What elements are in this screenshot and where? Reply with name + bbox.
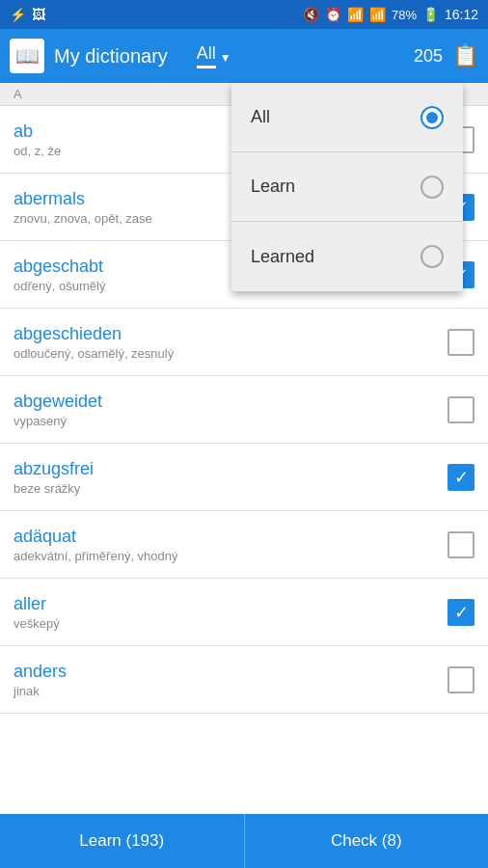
filter-dropdown[interactable]: AllLearnLearned [231,83,463,291]
dropdown-item-all[interactable]: All [231,83,463,152]
learn-button[interactable]: Learn (193) [0,814,245,868]
word-content: abzugsfreibeze srážky [14,459,447,496]
check-button-label: Check (8) [331,831,402,851]
signal-icon: 📶 [369,7,386,22]
checkmark-icon: ✓ [454,604,469,621]
word-title: abgeweidet [14,392,447,412]
word-checkbox[interactable]: ✓ [447,599,474,626]
mute-icon: 🔇 [303,7,319,22]
alarm-icon: ⏰ [325,7,341,22]
bottom-bar: Learn (193) Check (8) [0,814,488,868]
radio-button[interactable] [420,245,444,268]
list-item: abzugsfreibeze srážky✓ [0,444,488,511]
word-subtitle: beze srážky [14,481,447,496]
word-content: allerveškерý [14,594,447,631]
list-item: allerveškерý✓ [0,579,488,646]
word-subtitle: jinak [14,684,447,698]
status-left-icons: ⚡ 🖼 [10,7,45,22]
list-item: adäquatadekvátní, přiměřený, vhodný [0,511,488,579]
app-branding: 📖 My dictionary [10,39,168,73]
dropdown-item-label: Learn [251,176,295,197]
status-bar: ⚡ 🖼 🔇 ⏰ 📶 📶 78% 🔋 16:12 [0,0,488,29]
wifi-icon: 📶 [347,7,364,22]
dropdown-item-learned[interactable]: Learned [231,222,463,291]
battery-percent: 78% [392,8,417,22]
usb-icon: ⚡ [10,7,26,22]
word-checkbox[interactable] [447,396,474,423]
word-subtitle: odloučený, osamělý, zesnulý [14,346,447,361]
list-item: abgeweidetvypasený [0,376,488,444]
image-icon: 🖼 [32,7,45,22]
book-icon: 📖 [15,44,40,68]
word-checkbox[interactable]: ✓ [447,464,474,491]
word-content: adäquatadekvátní, přiměřený, vhodný [14,527,447,563]
word-content: andersjinak [14,662,447,698]
word-checkbox[interactable] [447,329,474,356]
word-subtitle: adekvátní, přiměřený, vhodný [14,549,447,563]
app-title: My dictionary [54,45,168,68]
list-item: abgeschiedenodloučený, osamělý, zesnulý [0,309,488,376]
app-logo: 📖 [10,39,44,73]
learn-button-label: Learn (193) [79,831,164,851]
list-item: andersjinak [0,646,488,714]
check-button[interactable]: Check (8) [245,814,489,868]
dropdown-arrow-icon: ▼ [220,51,231,65]
status-right-info: 🔇 ⏰ 📶 📶 78% 🔋 16:12 [303,7,478,22]
word-title: abzugsfrei [14,459,447,479]
dropdown-item-label: Learned [251,247,314,267]
filter-label[interactable]: All [197,43,216,68]
word-content: abgeschiedenodloučený, osamělý, zesnulý [14,324,447,361]
clock: 16:12 [445,7,478,22]
word-checkbox[interactable] [447,531,474,558]
radio-button[interactable] [420,106,444,129]
word-title: adäquat [14,527,447,547]
radio-selected-indicator [426,112,438,123]
word-title: aller [14,594,447,614]
word-count: 205 [414,46,443,67]
word-subtitle: vypasený [14,414,447,428]
dropdown-item-learn[interactable]: Learn [231,152,463,222]
battery-icon: 🔋 [422,7,439,22]
section-label: A [14,87,22,101]
clipboard-icon[interactable]: 📋 [452,43,478,68]
checkmark-icon: ✓ [454,469,469,486]
top-app-bar: 📖 My dictionary All ▼ 205 📋 [0,29,488,83]
word-content: abgeweidetvypasený [14,392,447,428]
dropdown-item-label: All [251,107,270,127]
radio-button[interactable] [420,176,444,199]
word-title: abgeschieden [14,324,447,344]
word-checkbox[interactable] [447,666,474,693]
word-title: anders [14,662,447,682]
word-subtitle: veškерý [14,616,447,631]
